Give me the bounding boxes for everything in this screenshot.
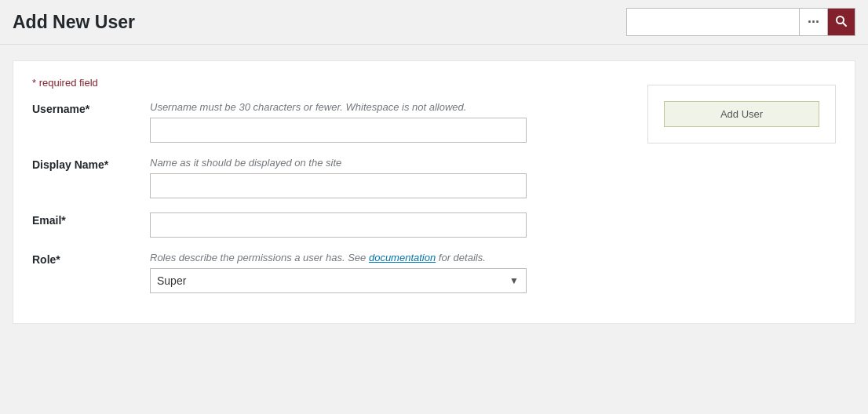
- role-select[interactable]: Super Administrator Editor Author Contri…: [150, 268, 527, 293]
- username-hint: Username must be 30 characters or fewer.…: [150, 101, 624, 113]
- search-area: ···: [626, 8, 855, 36]
- role-select-wrapper: Super Administrator Editor Author Contri…: [150, 268, 527, 293]
- dots-icon: ···: [808, 14, 819, 31]
- username-field-content: Username must be 30 characters or fewer.…: [150, 101, 624, 143]
- form-container: * required field Username* Username must…: [13, 60, 855, 324]
- search-icon: [835, 15, 848, 30]
- username-label: Username*: [32, 101, 134, 115]
- search-input[interactable]: [626, 8, 799, 36]
- display-name-hint: Name as it should be displayed on the si…: [150, 157, 624, 169]
- username-input[interactable]: [150, 118, 527, 143]
- email-input[interactable]: [150, 212, 527, 238]
- required-note: * required field: [32, 77, 624, 89]
- add-user-button[interactable]: Add User: [664, 101, 819, 127]
- main-content: * required field Username* Username must…: [0, 45, 868, 340]
- form-left: * required field Username* Username must…: [32, 77, 624, 307]
- display-name-field-row: Display Name* Name as it should be displ…: [32, 157, 624, 198]
- email-label: Email*: [32, 212, 134, 227]
- page-title: Add New User: [13, 12, 135, 33]
- role-label: Role*: [32, 252, 134, 266]
- search-dots-button[interactable]: ···: [799, 8, 827, 36]
- role-field-row: Role* Roles describe the permissions a u…: [32, 252, 624, 293]
- role-documentation-link[interactable]: documentation: [369, 252, 436, 263]
- email-field-row: Email*: [32, 212, 624, 238]
- svg-line-1: [843, 23, 846, 26]
- role-hint-post: for details.: [436, 252, 486, 263]
- username-field-row: Username* Username must be 30 characters…: [32, 101, 624, 143]
- role-hint: Roles describe the permissions a user ha…: [150, 252, 624, 263]
- top-bar: Add New User ···: [0, 0, 868, 45]
- email-field-content: [150, 212, 624, 238]
- role-hint-pre: Roles describe the permissions a user ha…: [150, 252, 369, 263]
- search-submit-button[interactable]: [827, 8, 855, 36]
- display-name-input[interactable]: [150, 173, 527, 198]
- form-right: Add User: [647, 77, 836, 307]
- display-name-field-content: Name as it should be displayed on the si…: [150, 157, 624, 198]
- display-name-label: Display Name*: [32, 157, 134, 171]
- role-field-content: Roles describe the permissions a user ha…: [150, 252, 624, 293]
- add-user-box: Add User: [647, 85, 836, 143]
